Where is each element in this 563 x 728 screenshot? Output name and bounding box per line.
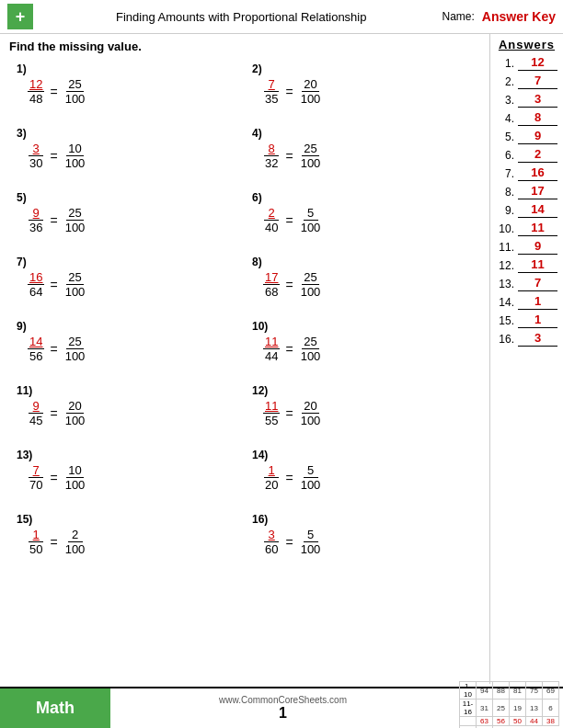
problem-13: 13) 7 70 = 10 100: [9, 443, 245, 507]
fraction-right: 10 100: [63, 142, 87, 170]
numerator-2: 20: [302, 77, 318, 92]
problem-4: 4) 8 32 = 25 100: [245, 121, 480, 186]
answer-item: 8. 17: [496, 184, 557, 199]
stat-cell: 25: [493, 700, 510, 717]
fraction-left: 3 30: [28, 142, 44, 170]
answer-item: 15. 1: [496, 313, 557, 328]
fraction-left: 7 35: [263, 77, 280, 106]
answer-number: 15.: [496, 314, 514, 327]
equals-sign: =: [50, 213, 57, 228]
fraction-right: 25 100: [63, 206, 87, 234]
answer-item: 13. 7: [496, 276, 557, 291]
denominator-2: 100: [63, 221, 87, 234]
stat-cell: [460, 717, 477, 726]
denominator-1: 20: [263, 478, 280, 492]
fraction-right: 25 100: [299, 142, 323, 170]
denominator-2: 100: [63, 156, 87, 170]
denominator-2: 100: [63, 349, 87, 363]
answer-line: 3: [518, 331, 557, 347]
answer-number: 1.: [496, 57, 514, 70]
problems-grid: 1) 12 48 = 25 100 2) 7 35 = 20 100: [9, 57, 480, 572]
denominator-2: 100: [63, 285, 87, 299]
stat-cell: 11-16: [460, 700, 477, 717]
problem-11: 11) 9 45 = 20 100: [9, 379, 245, 443]
denominator-2: 100: [63, 542, 87, 556]
stat-cell: 88: [493, 682, 510, 700]
answer-value: 2: [534, 147, 541, 161]
numerator-1: 2: [264, 206, 279, 221]
problem-14: 14) 1 20 = 5 100: [245, 443, 480, 507]
numerator-1: 9: [29, 399, 43, 414]
answer-item: 9. 14: [496, 202, 557, 218]
answer-number: 14.: [496, 296, 514, 309]
stat-cell: 75: [526, 682, 543, 700]
answer-value: 16: [531, 165, 544, 179]
stat-cell: 31: [477, 700, 493, 717]
answer-line: 1: [518, 313, 557, 328]
fraction-right: 25 100: [63, 77, 87, 106]
problem-label: 15): [17, 513, 237, 526]
stat-cell: 94: [477, 682, 493, 700]
equals-sign: =: [50, 342, 57, 357]
answer-item: 5. 9: [496, 129, 557, 144]
answer-line: 11: [518, 257, 557, 273]
fraction-left: 9 45: [28, 399, 44, 427]
numerator-2: 10: [66, 142, 83, 156]
denominator-2: 100: [63, 478, 87, 492]
answer-number: 6.: [496, 149, 514, 162]
answer-value: 3: [534, 331, 541, 345]
answer-value: 14: [531, 202, 544, 216]
fraction-equation: 17 68 = 25 100: [263, 270, 473, 299]
denominator-1: 35: [263, 92, 280, 106]
fraction-equation: 8 32 = 25 100: [263, 142, 473, 170]
fraction-left: 2 40: [263, 206, 280, 234]
numerator-2: 25: [302, 142, 318, 156]
logo: +: [7, 4, 33, 29]
stat-cell: 56: [493, 717, 510, 726]
equals-sign: =: [50, 471, 57, 485]
header: + Finding Amounts with Proportional Rela…: [0, 0, 563, 34]
denominator-2: 100: [299, 349, 323, 363]
numerator-1: 3: [264, 528, 279, 542]
answer-value: 12: [531, 55, 544, 69]
fraction-equation: 12 48 = 25 100: [28, 77, 237, 106]
stat-cell: 6: [543, 700, 559, 717]
answer-number: 12.: [496, 259, 514, 272]
equals-sign: =: [50, 406, 57, 421]
problem-label: 5): [17, 191, 237, 204]
denominator-1: 68: [263, 285, 280, 299]
footer: Math www.CommonCoreSheets.com 1 1-109488…: [0, 687, 563, 728]
page-number: 1: [279, 705, 287, 722]
fraction-right: 25 100: [63, 335, 87, 363]
answer-line: 11: [518, 221, 557, 236]
answer-line: 9: [518, 239, 557, 255]
fraction-left: 14 56: [28, 335, 44, 363]
answers-list: 1. 12 2. 7 3. 3 4. 8 5. 9 6. 2 7. 16 8.: [496, 55, 557, 347]
answer-item: 14. 1: [496, 294, 557, 310]
answer-value: 9: [534, 129, 541, 142]
fraction-equation: 11 44 = 25 100: [263, 335, 473, 363]
numerator-2: 5: [304, 463, 318, 478]
fraction-left: 16 64: [28, 270, 44, 299]
numerator-1: 3: [29, 142, 43, 156]
stat-cell: 69: [543, 682, 559, 700]
numerator-2: 25: [302, 335, 318, 349]
equals-sign: =: [50, 149, 57, 164]
fraction-left: 12 48: [28, 77, 44, 106]
problem-2: 2) 7 35 = 20 100: [245, 57, 480, 121]
denominator-1: 45: [28, 414, 44, 427]
answer-value: 3: [534, 92, 541, 106]
equals-sign: =: [285, 213, 293, 228]
problem-6: 6) 2 40 = 5 100: [245, 186, 480, 250]
footer-math-label: Math: [0, 688, 110, 728]
fraction-equation: 3 60 = 5 100: [263, 528, 473, 556]
problem-label: 1): [17, 63, 237, 75]
problem-7: 7) 16 64 = 25 100: [9, 250, 245, 314]
numerator-1: 14: [28, 335, 44, 349]
numerator-1: 11: [263, 399, 280, 414]
denominator-2: 100: [299, 92, 323, 106]
numerator-1: 9: [29, 206, 43, 221]
answer-value: 8: [534, 110, 541, 124]
equals-sign: =: [50, 85, 57, 99]
answer-number: 4.: [496, 112, 514, 125]
